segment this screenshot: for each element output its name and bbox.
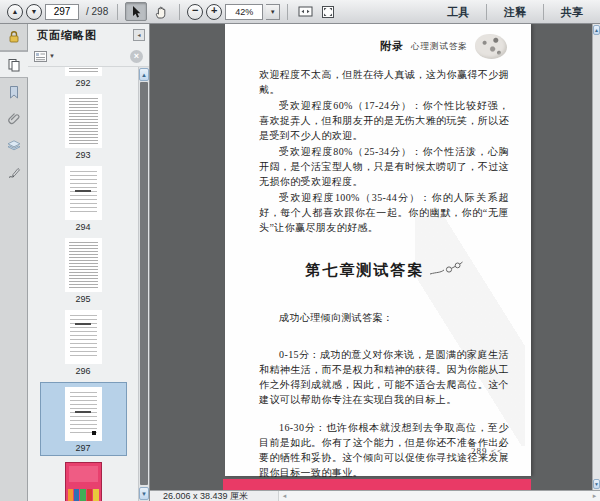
attachments-tab[interactable]	[0, 105, 27, 132]
pages-icon	[7, 58, 21, 72]
next-page-button[interactable]: ▼	[26, 4, 42, 20]
page-dimensions-label: 26.006 x 38.439 厘米	[150, 491, 248, 501]
zoom-in-button[interactable]: +	[206, 4, 222, 20]
security-lock-button[interactable]	[0, 24, 27, 51]
status-bar: 26.006 x 38.439 厘米 ◂ ▸	[150, 490, 600, 501]
thumbnail-label: 297	[75, 443, 90, 453]
signature-tab[interactable]	[0, 159, 27, 186]
fit-page-icon	[321, 5, 335, 19]
toolbar-divider	[117, 4, 118, 20]
fit-width-icon	[298, 5, 313, 18]
navigation-icon-strip	[0, 24, 28, 501]
page-number-footer: 289 <<	[471, 446, 503, 456]
thumbnail-label: 295	[75, 294, 90, 304]
pdf-page: 附录 心理测试答案 欢迎程度不太高，但胜在待人真诚，这为你赢得不少拥戴。 受欢迎…	[225, 24, 531, 476]
options-caret-icon: ▼	[49, 53, 55, 59]
document-column: 附录 心理测试答案 欢迎程度不太高，但胜在待人真诚，这为你赢得不少拥戴。 受欢迎…	[150, 24, 600, 501]
page-header: 附录 心理测试答案	[225, 24, 531, 59]
thumbnail-scrollbar[interactable]: ▲ ▼	[138, 67, 149, 501]
scrollbar-track[interactable]	[290, 491, 589, 501]
paragraph: 受欢迎程度100%（35-44分）：你的人际关系超好，每个人都喜欢跟你在一起。你…	[259, 190, 509, 235]
scroll-left-icon[interactable]: ◂	[279, 491, 290, 501]
thumbnail-page-296[interactable]: 296	[65, 310, 102, 376]
thumbnail-page-293[interactable]: 293	[65, 94, 102, 160]
thumbnail-list: 292 293 294 295	[28, 67, 138, 501]
zoom-dropdown-button[interactable]: ▼	[266, 4, 280, 20]
fit-page-button[interactable]	[318, 3, 338, 21]
next-page-cover-edge	[223, 479, 531, 490]
thumbnail-page-294[interactable]: 294	[65, 166, 102, 232]
comment-panel-button[interactable]: 注释	[494, 3, 536, 21]
thumbnail-preview	[65, 67, 102, 76]
thumbnail-page-295[interactable]: 295	[65, 238, 102, 304]
paragraph: 欢迎程度不太高，但胜在待人真诚，这为你赢得不少拥戴。	[259, 67, 509, 97]
thumbnail-label: 293	[75, 150, 90, 160]
section-title: 第七章测试答案	[259, 261, 509, 280]
page-number-input[interactable]	[45, 4, 79, 20]
bookmark-icon	[7, 85, 21, 99]
layers-icon	[7, 139, 21, 153]
thumbnail-label: 294	[75, 222, 90, 232]
page-thumbnails-panel: 页面缩略图 ◂ ▼ × 2	[28, 24, 150, 501]
thumbnail-preview	[65, 166, 102, 220]
main-toolbar: ▲ ▼ / 298 − + 42% ▼	[0, 0, 600, 24]
scroll-right-icon[interactable]: ▸	[589, 491, 600, 501]
panel-header: 页面缩略图 ◂	[28, 24, 149, 46]
doodle-flourish-icon	[429, 261, 463, 277]
select-tool-button[interactable]	[125, 2, 147, 21]
fit-width-button[interactable]	[295, 3, 315, 21]
paragraph: 受欢迎程度80%（25-34分）：你个性活泼，心胸开阔，是个活宝型人物，只是有时…	[259, 144, 509, 189]
panel-title: 页面缩略图	[37, 28, 133, 43]
layers-tab[interactable]	[0, 132, 27, 159]
thumbnail-preview-cover	[65, 462, 102, 501]
scroll-down-icon[interactable]: ▼	[139, 487, 149, 500]
paragraph: 0-15分：成功的意义对你来说，是圆满的家庭生活和精神生活，而不是权力和精神的获…	[259, 347, 509, 407]
hand-tool-button[interactable]	[150, 2, 172, 21]
page-thumbnails-tab[interactable]	[0, 51, 28, 78]
previous-page-button[interactable]: ▲	[7, 4, 23, 20]
toolbar-divider	[287, 4, 288, 20]
scroll-up-icon[interactable]: ▲	[593, 25, 600, 35]
thumbnail-page-297-selected[interactable]: 297	[40, 382, 127, 456]
panel-options-row: ▼ ×	[28, 46, 149, 67]
thumbnail-options-button[interactable]: ▼	[34, 51, 55, 62]
paragraph: 受欢迎程度60%（17-24分）：你个性比较好强，喜欢捉弄人，但和朋友开的是无伤…	[259, 98, 509, 143]
panel-close-button[interactable]: ×	[130, 50, 143, 63]
paperclip-icon	[7, 112, 21, 126]
signature-pen-icon	[7, 166, 21, 180]
thumbnail-page-298[interactable]: 298	[65, 462, 102, 501]
page-body: 欢迎程度不太高，但胜在待人真诚，这为你赢得不少拥戴。 受欢迎程度60%（17-2…	[225, 59, 531, 490]
main-area: 页面缩略图 ◂ ▼ × 2	[0, 24, 600, 501]
appendix-title: 心理测试答案	[411, 41, 468, 53]
appendix-label: 附录	[380, 39, 404, 54]
document-view: 附录 心理测试答案 欢迎程度不太高，但胜在待人真诚，这为你赢得不少拥戴。 受欢迎…	[150, 24, 600, 490]
decorative-stamp-image	[475, 34, 507, 59]
zoom-out-button[interactable]: −	[187, 4, 203, 20]
thumbnail-preview	[65, 310, 102, 364]
toolbar-divider	[543, 4, 544, 20]
thumbnail-label: 292	[75, 78, 90, 88]
thumbnail-preview	[65, 94, 102, 148]
thumbnail-preview	[65, 387, 102, 441]
thumbnail-page-292[interactable]: 292	[65, 67, 102, 88]
horizontal-scrollbar[interactable]: ◂ ▸	[278, 491, 600, 501]
zoom-level-value[interactable]: 42%	[225, 4, 263, 20]
thumbnail-label: 296	[75, 366, 90, 376]
toolbar-divider	[486, 4, 487, 20]
thumbnail-preview	[65, 238, 102, 292]
paragraph: 成功心理倾向测试答案：	[259, 310, 509, 325]
hand-icon	[154, 5, 168, 19]
scroll-down-icon[interactable]: ▼	[593, 479, 600, 489]
pdf-reader-window: ▲ ▼ / 298 − + 42% ▼	[0, 0, 600, 501]
document-scrollbar[interactable]: ▲ ▼	[592, 24, 600, 490]
share-panel-button[interactable]: 共享	[551, 3, 593, 21]
options-list-icon	[34, 51, 47, 62]
scroll-up-icon[interactable]: ▲	[139, 68, 149, 81]
scrollbar-thumb[interactable]	[140, 82, 148, 485]
lock-icon	[7, 30, 21, 44]
tools-panel-button[interactable]: 工具	[437, 3, 479, 21]
page-total-label: / 298	[86, 6, 108, 17]
toolbar-divider	[179, 4, 180, 20]
bookmarks-tab[interactable]	[0, 78, 27, 105]
panel-collapse-button[interactable]: ◂	[133, 29, 145, 41]
